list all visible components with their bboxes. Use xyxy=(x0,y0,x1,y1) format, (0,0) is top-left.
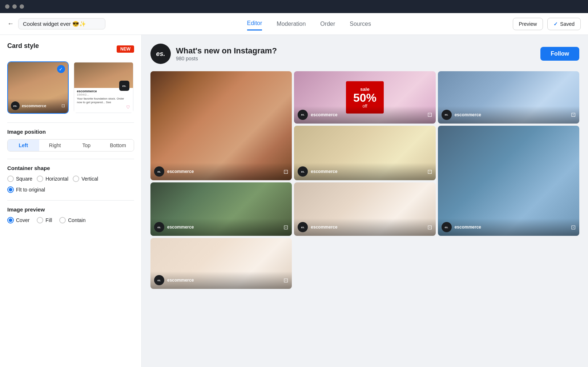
post-card-7[interactable]: es. escommerce ⊡ xyxy=(294,182,435,236)
position-right[interactable]: Right xyxy=(39,140,71,151)
post-8-ig-icon: ⊡ xyxy=(283,277,288,284)
shape-fit-to-original[interactable]: Flt to original xyxy=(7,186,45,193)
post-7-username: escommerce xyxy=(311,225,337,230)
post-card-3[interactable]: es. escommerce ⊡ xyxy=(438,71,579,124)
right-panel: es. What's new on Instagram? 980 posts F… xyxy=(142,35,588,367)
check-icon: ✓ xyxy=(553,21,558,27)
post-7-logo: es. xyxy=(298,222,308,232)
shape-vertical[interactable]: Vertical xyxy=(73,176,98,182)
post-4-username: escommerce xyxy=(311,169,337,174)
position-bottom[interactable]: Bottom xyxy=(102,140,134,151)
widget-posts-count: 980 posts xyxy=(176,56,540,61)
posts-grid: es. escommerce ⊡ sale 50% off es. escomm… xyxy=(150,71,579,289)
post-5-ig-icon: ⊡ xyxy=(571,224,576,231)
tab-sources[interactable]: Sources xyxy=(350,17,371,31)
tab-editor[interactable]: Editor xyxy=(247,17,262,31)
post-card-4[interactable]: es. escommerce ⊡ xyxy=(294,126,435,181)
preview-fill-radio[interactable] xyxy=(37,217,43,223)
card1-ig-icon: ⊡ xyxy=(61,103,65,108)
follow-button[interactable]: Follow xyxy=(540,47,579,61)
card-option-1[interactable]: es. escommerce ⊡ ✓ xyxy=(7,61,69,114)
post-8-logo: es. xyxy=(154,275,164,285)
widget-logo-text: es. xyxy=(156,50,165,58)
image-preview-title: Image preview xyxy=(7,206,134,213)
post-card-1[interactable]: es. escommerce ⊡ xyxy=(150,71,292,180)
widget-title: What's new on Instagram? xyxy=(176,46,540,56)
position-tabs: Left Right Top Bottom xyxy=(7,139,134,152)
post-3-overlay: es. escommerce ⊡ xyxy=(438,106,579,124)
post-1-logo: es. xyxy=(154,166,164,177)
post-7-overlay: es. escommerce ⊡ xyxy=(294,218,435,236)
post-2-ig-icon: ⊡ xyxy=(427,111,432,118)
card-style-header: Card style NEW xyxy=(7,42,134,56)
image-preview-group: Cover Fill Contain xyxy=(7,217,134,223)
post-1-overlay: es. escommerce ⊡ xyxy=(150,163,292,180)
widget-header: es. What's new on Instagram? 980 posts F… xyxy=(150,44,579,64)
card-style-options: es. escommerce ⊡ ✓ es. escommerce xyxy=(7,61,134,114)
card2-date: 15/04/2... xyxy=(77,93,130,96)
post-4-overlay: es. escommerce ⊡ xyxy=(294,163,435,180)
widget-title-input[interactable] xyxy=(18,18,105,29)
post-card-5[interactable]: es. escommerce ⊡ xyxy=(438,126,579,236)
image-position-title: Image position xyxy=(7,129,134,135)
titlebar-dot-1 xyxy=(5,4,9,9)
post-5-logo: es. xyxy=(442,222,452,232)
preview-contain[interactable]: Contain xyxy=(59,217,85,223)
titlebar-dot-3 xyxy=(20,4,24,9)
card2-text: Your favorite foundation stock. Order no… xyxy=(77,97,130,105)
post-8-overlay: es. escommerce ⊡ xyxy=(150,271,292,289)
post-1-username: escommerce xyxy=(167,169,194,174)
card-option-2[interactable]: es. escommerce 15/04/2... Your favorite … xyxy=(73,61,134,114)
post-6-username: escommerce xyxy=(167,225,194,230)
post-1-ig-icon: ⊡ xyxy=(283,168,288,175)
preview-contain-radio[interactable] xyxy=(59,217,66,223)
shape-square-radio[interactable] xyxy=(7,176,14,182)
position-top[interactable]: Top xyxy=(71,140,102,151)
post-6-ig-icon: ⊡ xyxy=(283,224,288,231)
back-button[interactable]: ← xyxy=(7,20,14,28)
shape-square[interactable]: Square xyxy=(7,176,32,182)
post-3-logo: es. xyxy=(442,110,452,120)
card1-logo: es. xyxy=(11,101,20,110)
post-6-logo: es. xyxy=(154,222,164,232)
card2-logo: es. xyxy=(119,81,129,91)
left-panel: Card style NEW es. escommerce ⊡ ✓ xyxy=(0,35,142,367)
tab-order[interactable]: Order xyxy=(320,17,335,31)
post-5-overlay: es. escommerce ⊡ xyxy=(438,218,579,236)
shape-horizontal[interactable]: Horizontal xyxy=(37,176,68,182)
card2-ig-icon: ♡ xyxy=(126,105,130,110)
nav-tabs: Editor Moderation Order Sources xyxy=(105,17,513,31)
topnav: ← Editor Moderation Order Sources Previe… xyxy=(0,13,588,35)
post-2-overlay: es. escommerce ⊡ xyxy=(294,106,435,124)
post-card-6[interactable]: es. escommerce ⊡ xyxy=(150,182,292,236)
shape-fit-radio[interactable] xyxy=(7,186,14,193)
post-7-ig-icon: ⊡ xyxy=(427,224,432,231)
post-5-username: escommerce xyxy=(455,225,481,230)
post-2-logo: es. xyxy=(298,110,308,120)
preview-cover-radio[interactable] xyxy=(7,217,14,223)
tab-moderation[interactable]: Moderation xyxy=(277,17,306,31)
widget-info: What's new on Instagram? 980 posts xyxy=(176,46,540,61)
post-card-8[interactable]: es. escommerce ⊡ xyxy=(150,238,292,289)
post-3-username: escommerce xyxy=(455,112,481,117)
main-layout: Card style NEW es. escommerce ⊡ ✓ xyxy=(0,35,588,367)
shape-horizontal-radio[interactable] xyxy=(37,176,43,182)
preview-cover[interactable]: Cover xyxy=(7,217,29,223)
post-card-2[interactable]: sale 50% off es. escommerce ⊡ xyxy=(294,71,435,124)
post-8-username: escommerce xyxy=(167,278,194,283)
card1-check: ✓ xyxy=(57,65,65,73)
post-4-ig-icon: ⊡ xyxy=(427,168,432,175)
divider-2 xyxy=(7,159,134,159)
sale-percent: 50% xyxy=(353,92,376,103)
shape-vertical-radio[interactable] xyxy=(73,176,79,182)
preview-button[interactable]: Preview xyxy=(513,18,543,30)
preview-fill[interactable]: Fill xyxy=(37,217,52,223)
titlebar xyxy=(0,0,588,13)
saved-button[interactable]: ✓ Saved xyxy=(547,18,581,30)
post-4-logo: es. xyxy=(298,166,308,177)
post-2-username: escommerce xyxy=(311,112,337,117)
saved-label: Saved xyxy=(560,21,575,27)
card1-name: escommerce xyxy=(22,104,46,108)
position-left[interactable]: Left xyxy=(8,140,39,151)
topnav-actions: Preview ✓ Saved xyxy=(513,18,581,30)
